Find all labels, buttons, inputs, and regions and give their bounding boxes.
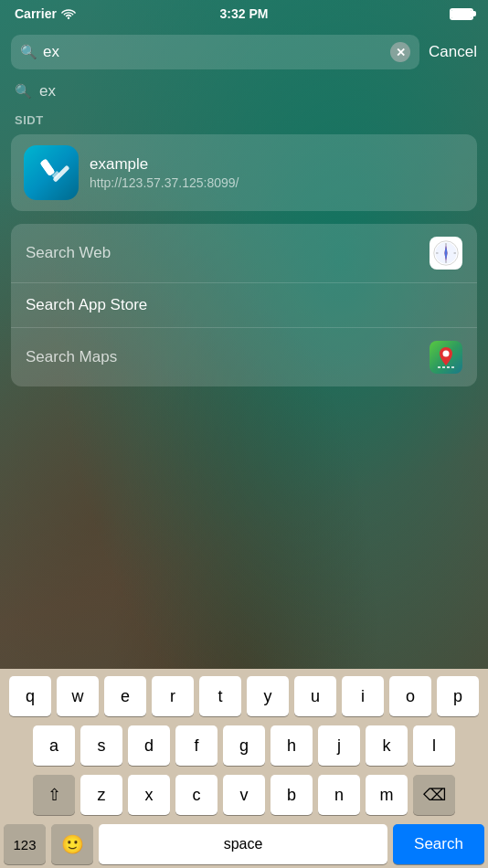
result-subtitle: http://123.57.37.125:8099/	[90, 175, 464, 190]
tools-svg-icon	[31, 153, 71, 193]
search-web-label: Search Web	[26, 244, 420, 262]
status-time: 3:32 PM	[220, 6, 269, 21]
carrier-label: Carrier	[15, 6, 57, 21]
key-i[interactable]: i	[342, 676, 384, 716]
search-maps-option[interactable]: Search Maps	[11, 327, 477, 386]
key-x[interactable]: x	[128, 775, 170, 815]
key-u[interactable]: u	[294, 676, 336, 716]
search-key[interactable]: Search	[393, 824, 484, 864]
search-icon: 🔍	[20, 44, 37, 60]
status-bar: Carrier 3:32 PM	[0, 0, 488, 27]
svg-point-13	[443, 351, 450, 357]
key-a[interactable]: a	[33, 725, 75, 766]
search-web-option[interactable]: Search Web	[11, 224, 477, 282]
result-text: example http://123.57.37.125:8099/	[90, 155, 464, 190]
key-p[interactable]: p	[437, 676, 479, 716]
key-w[interactable]: w	[57, 676, 99, 716]
keyboard: q w e r t y u i o p a s d f g h j k l ⇧ …	[0, 669, 488, 868]
key-n[interactable]: n	[318, 775, 360, 815]
keyboard-row-2: a s d f g h j k l	[4, 725, 484, 766]
battery-icon	[450, 8, 473, 20]
status-right	[450, 8, 473, 20]
key-t[interactable]: t	[199, 676, 241, 716]
key-z[interactable]: z	[80, 775, 122, 815]
key-q[interactable]: q	[9, 676, 51, 716]
clear-button[interactable]: ✕	[390, 42, 410, 62]
keyboard-row-1: q w e r t y u i o p	[4, 676, 484, 716]
svg-point-0	[68, 17, 69, 19]
cancel-button[interactable]: Cancel	[429, 43, 477, 61]
key-s[interactable]: s	[80, 725, 122, 766]
shift-key[interactable]: ⇧	[33, 775, 75, 815]
section-label: SIDT	[0, 106, 488, 131]
key-f[interactable]: f	[175, 725, 217, 766]
options-card: Search Web Search App Store Search Maps	[11, 224, 477, 386]
key-e[interactable]: e	[104, 676, 146, 716]
search-input-wrapper[interactable]: 🔍 ex ✕	[11, 35, 419, 69]
key-j[interactable]: j	[318, 725, 360, 766]
key-b[interactable]: b	[271, 775, 313, 815]
key-c[interactable]: c	[175, 775, 217, 815]
maps-svg-icon	[432, 344, 460, 371]
search-input[interactable]: ex	[43, 43, 385, 61]
keyboard-row-3: ⇧ z x c v b n m ⌫	[4, 775, 484, 815]
search-app-store-option[interactable]: Search App Store	[11, 282, 477, 327]
safari-compass-icon	[433, 240, 459, 266]
key-m[interactable]: m	[366, 775, 408, 815]
delete-key[interactable]: ⌫	[413, 775, 455, 815]
search-history-icon: 🔍	[15, 83, 32, 100]
space-key[interactable]: space	[99, 824, 387, 864]
keyboard-bottom-row: 123 🙂 space Search	[4, 824, 484, 864]
recent-search-text: ex	[39, 82, 56, 101]
numbers-key[interactable]: 123	[4, 824, 46, 864]
key-g[interactable]: g	[223, 725, 265, 766]
svg-rect-2	[40, 159, 56, 176]
search-app-store-label: Search App Store	[26, 296, 462, 314]
key-y[interactable]: y	[247, 676, 289, 716]
search-bar-row: 🔍 ex ✕ Cancel	[0, 27, 488, 77]
app-icon	[24, 145, 79, 200]
result-item[interactable]: example http://123.57.37.125:8099/	[11, 134, 477, 211]
result-card[interactable]: example http://123.57.37.125:8099/	[11, 134, 477, 211]
key-d[interactable]: d	[128, 725, 170, 766]
key-o[interactable]: o	[389, 676, 431, 716]
status-left: Carrier	[15, 6, 76, 21]
emoji-key[interactable]: 🙂	[51, 824, 93, 864]
key-l[interactable]: l	[413, 725, 455, 766]
search-maps-label: Search Maps	[26, 348, 420, 366]
key-k[interactable]: k	[366, 725, 408, 766]
result-title: example	[90, 155, 464, 174]
recent-search-row[interactable]: 🔍 ex	[0, 77, 488, 106]
key-v[interactable]: v	[223, 775, 265, 815]
key-r[interactable]: r	[152, 676, 194, 716]
key-h[interactable]: h	[271, 725, 313, 766]
maps-icon	[430, 341, 462, 374]
wifi-icon	[61, 8, 76, 19]
safari-icon	[430, 237, 462, 270]
